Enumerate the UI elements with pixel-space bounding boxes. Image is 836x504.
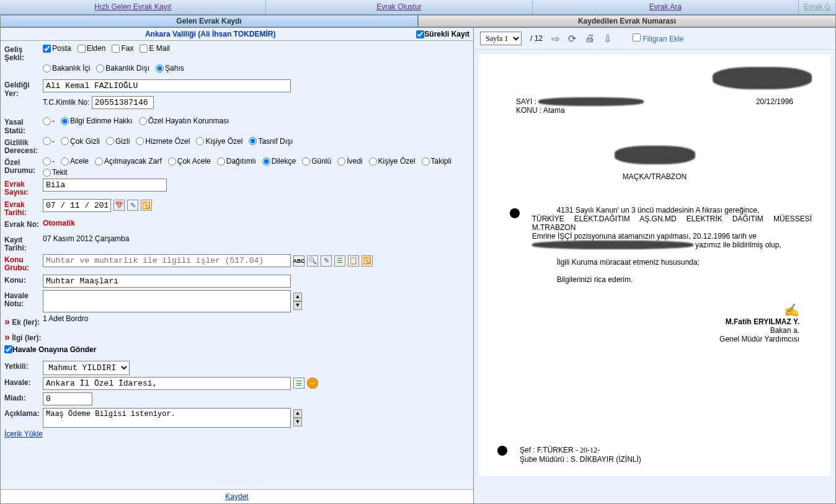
rad-hizmete-ozel[interactable] xyxy=(136,137,144,145)
lbl-ilgi: » İlgi (ler): xyxy=(4,330,43,343)
chk-filigran[interactable] xyxy=(633,33,641,42)
reload-icon[interactable]: 🔁 xyxy=(362,255,373,267)
nav-hizli[interactable]: Hızlı Gelen Evrak Kayıt xyxy=(0,0,266,14)
scroll-up-2[interactable]: ▲ xyxy=(293,409,302,418)
rad-ys-dash[interactable] xyxy=(43,117,51,125)
chk-posta[interactable] xyxy=(43,45,51,53)
rotate-icon[interactable]: ⟳ xyxy=(568,33,576,45)
scroll-down-2[interactable]: ▼ xyxy=(293,418,302,427)
link-kaydet[interactable]: Kaydet xyxy=(225,492,248,501)
surekli-kayit-label: Sürekli Kayıt xyxy=(424,30,469,38)
print-icon[interactable]: 🖨 xyxy=(585,33,595,44)
preview-panel: Sayfa 1 / 12 ⇨ ⟳ 🖨 ⇩ Filigran Ekle SAYI … xyxy=(474,27,836,504)
lbl-evrak-no: Evrak No: xyxy=(4,219,43,229)
rad-tasnif-disi[interactable] xyxy=(249,137,257,145)
calendar-icon[interactable]: 📅 xyxy=(113,200,125,211)
lbl-filigran: Filigran Ekle xyxy=(643,35,683,43)
lbl-yasal-statu: Yasal Statü: xyxy=(4,117,43,135)
lbl-ekler: » Ek (ler): xyxy=(4,314,43,327)
copy-icon[interactable]: 📋 xyxy=(348,255,359,267)
tab-gelen-evrak[interactable]: Gelen Evrak Kaydı xyxy=(0,15,418,27)
rad-gizli[interactable] xyxy=(106,137,114,145)
lbl-tckimlik: T.C.Kimlik No: xyxy=(43,98,89,107)
rad-od-kisiye[interactable] xyxy=(369,157,377,166)
chk-elden[interactable] xyxy=(78,45,86,53)
rad-cok-gizli[interactable] xyxy=(61,137,69,145)
scroll-down-1[interactable]: ▼ xyxy=(293,301,302,310)
page-total: / 12 xyxy=(530,34,543,43)
lbl-havale-onay: Havale Onayına Gönder xyxy=(12,345,96,354)
rad-bakanlik-ici[interactable] xyxy=(43,64,51,73)
sel-page[interactable]: Sayfa 1 xyxy=(480,32,522,45)
chk-havale-onay[interactable] xyxy=(4,345,12,353)
sel-yetkili[interactable]: Mahmut YILDIRIM xyxy=(43,361,130,375)
search-icon[interactable]: 🔍 xyxy=(307,255,318,267)
rad-takipli[interactable] xyxy=(422,157,430,166)
inp-havale[interactable] xyxy=(43,377,291,390)
rad-acele[interactable] xyxy=(61,157,69,166)
surekli-kayit-checkbox[interactable] xyxy=(416,30,424,38)
lbl-havale: Havale: xyxy=(4,377,43,387)
refresh-date-icon[interactable]: 🔁 xyxy=(141,200,152,211)
lbl-konu: Konu: xyxy=(4,275,43,285)
lbl-geldigi-yer: Geldiği Yer: xyxy=(4,79,43,97)
inp-konu[interactable] xyxy=(43,275,291,288)
inp-geldigi-yer[interactable] xyxy=(43,79,291,92)
abc-icon[interactable]: ABC xyxy=(293,255,305,267)
ta-aciklama[interactable]: Maaş Ödeme Bilgisi isteniyor. xyxy=(43,408,291,428)
nav-more[interactable]: Evrak G xyxy=(799,0,836,14)
inp-konu-grubu[interactable] xyxy=(43,254,291,267)
rad-ivedi[interactable] xyxy=(337,157,345,166)
scroll-up-1[interactable]: ▲ xyxy=(293,293,302,301)
tab-kaydedilen[interactable]: Kaydedilen Evrak Numarası xyxy=(418,15,836,27)
lbl-ozel-durumu: Özel Durumu: xyxy=(4,157,43,175)
rad-sahis[interactable] xyxy=(156,64,164,73)
inp-evrak-tarihi[interactable] xyxy=(43,199,111,212)
rad-tekit[interactable] xyxy=(43,169,51,177)
nav-olustur[interactable]: Evrak Oluştur xyxy=(266,0,532,14)
rad-acilmayacak[interactable] xyxy=(95,157,103,166)
arrow-ek-icon[interactable]: » xyxy=(4,316,10,327)
val-kayit-tarihi: 07 Kasım 2012 Çarşamba xyxy=(43,234,129,243)
rad-od-dash[interactable] xyxy=(43,157,51,166)
clear-date-icon[interactable]: ✎ xyxy=(127,200,138,211)
lbl-havale-notu: Havale Notu: xyxy=(4,290,43,308)
rad-dilekce[interactable] xyxy=(262,157,270,166)
edit-icon[interactable]: ✎ xyxy=(321,255,332,267)
go-icon[interactable]: → xyxy=(307,378,318,389)
inp-evrak-sayisi[interactable] xyxy=(43,179,167,192)
lbl-konu-grubu: Konu Grubu: xyxy=(4,254,43,272)
main-tabs: Gelen Evrak Kaydı Kaydedilen Evrak Numar… xyxy=(0,15,836,27)
tree-icon[interactable]: ☰ xyxy=(334,255,345,267)
rad-cok-acele[interactable] xyxy=(168,157,176,166)
lbl-gizlilik: Gizlilik Derecesi: xyxy=(4,137,43,155)
rad-kisiye-ozel[interactable] xyxy=(196,137,204,145)
top-nav: Hızlı Gelen Evrak Kayıt Evrak Oluştur Ev… xyxy=(0,0,836,15)
rad-gz-dash[interactable] xyxy=(43,137,51,145)
inp-tckimlik[interactable] xyxy=(92,96,154,109)
lbl-evrak-tarihi: Evrak Tarihi: xyxy=(4,199,43,217)
rad-bilgi-edinme[interactable] xyxy=(61,117,69,125)
download-icon[interactable]: ⇩ xyxy=(603,33,611,45)
rad-gunlu[interactable] xyxy=(302,157,310,166)
lbl-evrak-sayisi: Evrak Sayısı: xyxy=(4,179,43,197)
unit-title: Ankara Valiliği (Ali İhsan TOKDEMİR) xyxy=(4,30,416,38)
ta-havale-notu[interactable] xyxy=(43,290,291,312)
lbl-aciklama: Açıklama: xyxy=(4,408,43,418)
rad-bakanlik-disi[interactable] xyxy=(96,64,104,73)
val-evrak-no: Otomatik xyxy=(43,219,75,228)
next-page-icon[interactable]: ⇨ xyxy=(551,33,559,45)
nav-ara[interactable]: Evrak Ara xyxy=(533,0,799,14)
link-icerik-yukle[interactable]: İçerik Yükle xyxy=(4,430,43,438)
chk-email[interactable] xyxy=(140,45,148,53)
arrow-ilgi-icon[interactable]: » xyxy=(4,332,10,342)
val-ekler: 1 Adet Bordro xyxy=(43,314,88,323)
rad-dagitimli[interactable] xyxy=(217,157,225,166)
chk-fax[interactable] xyxy=(112,45,120,53)
tree-icon-2[interactable]: ☰ xyxy=(293,378,305,389)
document-view: SAYI : KONU : Atama 20/12/1996 MAÇKA/TRA… xyxy=(479,55,830,476)
lbl-miadi: Miadı: xyxy=(4,392,43,402)
inp-miadi[interactable] xyxy=(43,392,92,405)
lbl-yetkili: Yetkili: xyxy=(4,361,43,371)
rad-ozel-hayat[interactable] xyxy=(139,117,147,125)
